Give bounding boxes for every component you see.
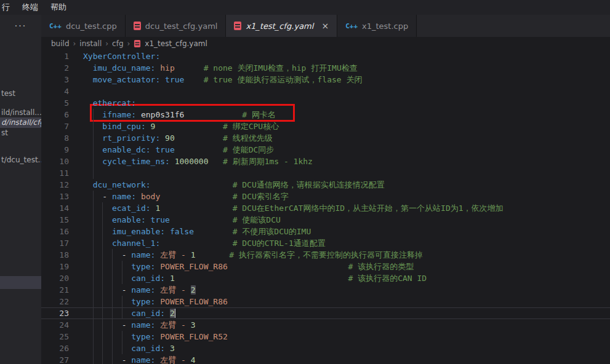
line-number: 20: [41, 272, 69, 284]
code-line[interactable]: 16 imu_enable: false # 不使用该DCU的IMU: [41, 226, 610, 237]
code-token: can_id:: [131, 274, 165, 283]
sidebar-selection-block[interactable]: [0, 276, 41, 289]
code-token: channel_1:: [112, 239, 160, 248]
code-token: [136, 192, 141, 201]
code-line[interactable]: 2 imu_dcu_name: hip # none 关闭IMU检查，hip 打…: [41, 62, 610, 74]
code-token: [160, 75, 165, 84]
tab-label: x1_test.cpp: [362, 22, 408, 31]
code-line[interactable]: 24 - name: 左臂 - 3: [41, 319, 610, 331]
code-line[interactable]: 19 type: POWER_FLOW_R86 # 该执行器的类型: [41, 261, 610, 272]
line-number: 4: [41, 85, 69, 97]
indent-guide: [93, 121, 94, 132]
code-line[interactable]: 4: [41, 85, 610, 97]
code-token: can_id:: [131, 344, 165, 353]
code-token: # DCU索引名字: [233, 192, 289, 201]
breadcrumb-file[interactable]: x1_test_cfg.yaml: [145, 39, 207, 48]
line-number: 25: [41, 331, 69, 342]
menu-item-帮助[interactable]: 帮助: [50, 2, 66, 13]
menu-item-行[interactable]: 行: [2, 2, 10, 13]
tab-x1_test.cpp[interactable]: C++x1_test.cpp: [337, 15, 417, 37]
code-token: -: [122, 250, 132, 259]
line-number: 1: [41, 50, 69, 62]
sidebar-item[interactable]: st: [0, 128, 41, 138]
code-token: hip: [160, 63, 174, 73]
code-token: [175, 133, 223, 143]
sidebar-item[interactable]: test: [0, 89, 41, 99]
indent-guide: [102, 284, 103, 296]
sidebar-item[interactable]: t/dcu_test...: [0, 155, 41, 165]
code-token: bind_cpu:: [102, 122, 145, 131]
code-line[interactable]: 18 - name: 左臂 - 1 # 执行器索引名字，不需要控制的执行器可直接…: [41, 249, 610, 261]
indent-guide: [93, 156, 94, 167]
sidebar-item[interactable]: d/install/cfg: [0, 117, 41, 128]
menu-item-终端[interactable]: 终端: [22, 2, 38, 13]
line-number: 9: [41, 144, 69, 156]
code-token: cycle_time_ns:: [102, 157, 170, 166]
code-token: 左臂 -: [160, 250, 190, 259]
code-token: true: [165, 75, 184, 84]
code-line[interactable]: 6 ifname: enp0s31f6 # 网卡名: [41, 109, 610, 121]
tab-dcu_test_cfg.yaml[interactable]: dcu_test_cfg.yaml: [126, 15, 227, 37]
indent-guide: [112, 284, 113, 296]
tab-dcu_test.cpp[interactable]: C++dcu_test.cpp: [41, 15, 126, 37]
indent-guide: [112, 249, 113, 261]
breadcrumb[interactable]: build›install›cfg›x1_test_cfg.yaml: [41, 37, 610, 50]
cpp-file-icon: C++: [345, 22, 358, 30]
indent-guide: [102, 249, 103, 261]
sidebar-header: ···: [0, 15, 41, 37]
code-token: false: [170, 227, 194, 236]
code-line[interactable]: 14 ecat_id: 1 # DCU在EtherCAT网络中的ID，从主站开始…: [41, 202, 610, 214]
sidebar-item[interactable]: ild/install...: [0, 108, 41, 118]
code-line[interactable]: 9 enable_dc: true # 使能DC同步: [41, 144, 610, 156]
close-icon[interactable]: ×: [321, 21, 329, 31]
breadcrumb-segment[interactable]: cfg: [112, 39, 123, 48]
code-line[interactable]: 17 channel_1: # DCU的CTRL-1通道配置: [41, 237, 610, 249]
code-token: 左臂 -: [160, 285, 190, 295]
code-line[interactable]: 15 enable: true # 使能该DCU: [41, 214, 610, 226]
code-line[interactable]: 10 cycle_time_ns: 1000000 # 刷新周期1ms - 1k…: [41, 156, 610, 167]
code-line[interactable]: 5 ethercat:: [41, 97, 610, 109]
code-line[interactable]: 8 rt_priority: 90 # 线程优先级: [41, 132, 610, 144]
code-token: true: [151, 215, 170, 224]
code-token: enp0s31f6: [141, 110, 184, 119]
code-token: [165, 274, 170, 283]
breadcrumb-segment[interactable]: install: [79, 39, 102, 48]
indent-guide: [112, 342, 113, 354]
line-number: 27: [41, 354, 69, 364]
code-token: [160, 239, 232, 248]
code-line[interactable]: 26 can_id: 3: [41, 342, 610, 354]
code-line[interactable]: 20 can_id: 1 # 该执行器的CAN ID: [41, 272, 610, 284]
tab-x1_test_cfg.yaml[interactable]: x1_test_cfg.yaml×: [226, 15, 337, 37]
code-token: [160, 192, 232, 201]
indent-guide: [93, 284, 94, 296]
code-line[interactable]: 3 move_actuator: true # true 使能执行器运动测试，f…: [41, 74, 610, 85]
line-number: 2: [41, 62, 69, 74]
code-line[interactable]: 22 type: POWER_FLOW_R86: [41, 296, 610, 307]
indent-guide: [102, 319, 103, 331]
code-line[interactable]: 7 bind_cpu: 9 # 绑定CPU核心: [41, 121, 610, 132]
code-token: 1: [170, 274, 175, 283]
code-token: name:: [131, 320, 155, 330]
more-actions-icon[interactable]: ···: [15, 23, 26, 29]
code-line[interactable]: 27 - name: 左臂 - 4: [41, 354, 610, 364]
line-number: 24: [41, 319, 69, 331]
code-token: # 该执行器的类型: [348, 262, 414, 271]
code-line[interactable]: 11: [41, 167, 610, 179]
breadcrumb-segment[interactable]: build: [51, 39, 70, 48]
breadcrumb-separator-icon: ›: [105, 39, 108, 48]
indent-guide: [102, 354, 103, 364]
code-line[interactable]: 13 - name: body # DCU索引名字: [41, 191, 610, 202]
code-token: [196, 250, 230, 259]
code-token: ifname:: [102, 110, 136, 119]
code-line[interactable]: 12 dcu_network: # DCU通信网络，请根据实机连接情况配置: [41, 179, 610, 191]
code-line[interactable]: 23 can_id: 2: [41, 307, 610, 319]
code-line[interactable]: 21 - name: 左臂 - 2: [41, 284, 610, 296]
code-token: [83, 204, 112, 213]
line-number: 6: [41, 109, 69, 121]
code-line[interactable]: 1XyberController:: [41, 50, 610, 62]
code-token: XyberController:: [83, 52, 160, 61]
code-line[interactable]: 25 type: POWER_FLOW_R52: [41, 331, 610, 342]
code-token: [160, 204, 232, 213]
indent-guide: [93, 296, 94, 307]
indent-guide: [93, 261, 94, 272]
